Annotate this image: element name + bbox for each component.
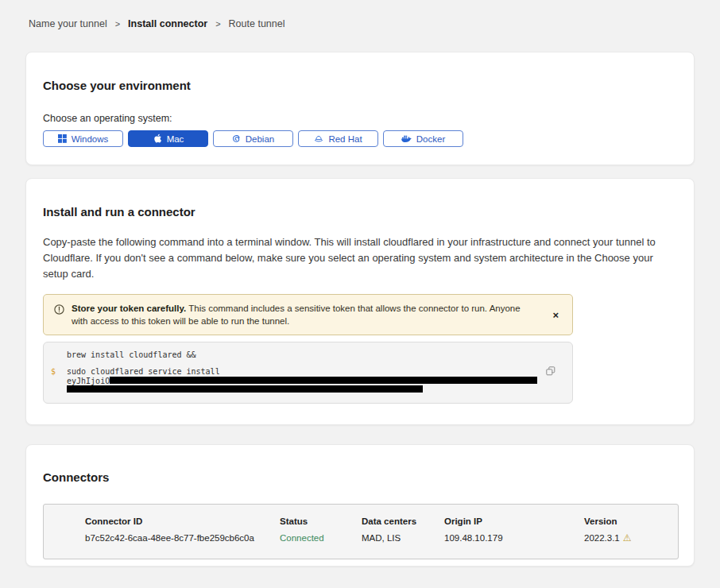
terminal-command-block: brew install cloudflared && $sudo cloudf… [43,342,573,404]
version-warning-icon: ⚠ [623,533,632,543]
redacted-token-bar [110,377,537,384]
breadcrumb: Name your tunnel > Install connector > R… [0,0,720,29]
redacted-token-bar [67,385,423,393]
redhat-icon [314,134,323,143]
install-description: Copy-paste the following command into a … [43,234,677,282]
banner-close-button[interactable]: × [549,308,562,323]
apple-icon [153,133,162,144]
connectors-card-title: Connectors [43,470,677,484]
token-warning-text: Store your token carefully. This command… [72,302,528,327]
terminal-token-line: eyJhIjoiO [44,377,572,385]
breadcrumb-separator: > [215,19,220,29]
os-button-mac[interactable]: Mac [128,130,208,147]
cell-version: 2022.3.1 ⚠ [584,533,678,543]
token-warning-banner: Store your token carefully. This command… [43,294,573,335]
os-button-redhat[interactable]: Red Hat [298,130,378,147]
os-button-label: Windows [72,134,109,144]
copy-icon [546,366,555,378]
column-header-status: Status [280,516,362,526]
column-header-version: Version [584,516,678,526]
breadcrumb-item-route-tunnel[interactable]: Route tunnel [229,18,285,29]
connectors-table: Connector ID Status Data centers Origin … [43,504,679,559]
column-header-data-centers: Data centers [362,516,444,526]
os-button-windows[interactable]: Windows [43,130,123,147]
table-row: b7c52c42-6caa-48ee-8c77-fbe259cb6c0a Con… [85,533,678,543]
column-header-origin-ip: Origin IP [444,516,584,526]
alert-circle-icon [54,304,64,318]
connectors-card: Connectors Connector ID Status Data cent… [25,444,695,567]
column-header-connector-id: Connector ID [85,516,280,526]
breadcrumb-item-name-your-tunnel[interactable]: Name your tunnel [29,18,107,29]
os-button-label: Red Hat [328,134,362,144]
status-badge: Connected [280,533,362,543]
copy-command-button[interactable] [544,365,557,380]
windows-icon [58,134,67,143]
os-button-label: Mac [167,134,184,144]
os-button-group: Windows Mac Debian Red Hat [43,130,677,147]
os-select-label: Choose an operating system: [43,113,677,124]
install-card: Install and run a connector Copy-paste t… [25,178,695,425]
cell-origin-ip: 109.48.10.179 [444,533,584,543]
debian-icon [232,134,241,143]
cell-data-centers: MAD, LIS [362,533,444,543]
terminal-prompt: $ [51,368,56,377]
terminal-line-2: $sudo cloudflared service install [44,368,572,377]
token-prefix: eyJhIjoiO [67,377,110,385]
cell-connector-id: b7c52c42-6caa-48ee-8c77-fbe259cb6c0a [85,533,280,543]
os-button-docker[interactable]: Docker [383,130,463,147]
breadcrumb-item-install-connector[interactable]: Install connector [128,18,207,29]
token-warning-bold: Store your token carefully. [72,304,186,313]
os-button-label: Docker [416,134,445,144]
os-button-label: Debian [246,134,274,144]
os-button-debian[interactable]: Debian [213,130,293,147]
docker-icon [401,134,412,143]
breadcrumb-separator: > [115,19,120,29]
install-card-title: Install and run a connector [43,205,677,219]
terminal-line-1: brew install cloudflared && [44,351,572,360]
environment-card: Choose your environment Choose an operat… [25,52,695,165]
environment-card-title: Choose your environment [43,79,677,92]
connectors-table-header: Connector ID Status Data centers Origin … [85,516,678,526]
terminal-token-line-2 [44,385,572,393]
